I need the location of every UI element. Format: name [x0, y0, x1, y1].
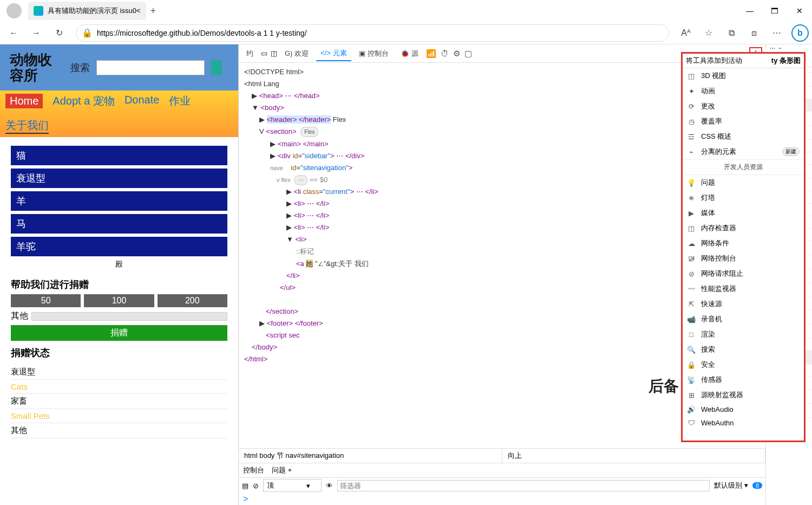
dom-line[interactable]: <section> — [266, 127, 296, 135]
tool-menu-item[interactable]: ⟳更改 — [683, 99, 804, 114]
new-tab-button[interactable]: + — [150, 5, 156, 17]
donate-heading: 帮助我们进行捐赠 — [0, 275, 238, 294]
log-level-select[interactable]: 默认级别 ▾ — [714, 481, 748, 490]
breadcrumb-up[interactable]: 向上 — [502, 449, 766, 463]
minimize-button[interactable]: — — [737, 0, 762, 22]
dom-line[interactable]: <li> ⋯ </li> — [294, 211, 330, 219]
favorite-button[interactable]: ☆ — [698, 23, 719, 43]
collections-button[interactable]: ⧉ — [721, 23, 742, 43]
device-toggle-icon[interactable]: ▭ — [261, 49, 267, 57]
forward-button[interactable]: → — [26, 23, 47, 43]
panel-icon[interactable]: ▢ — [464, 49, 472, 59]
breadcrumb-path[interactable]: html body 节 nav#sitenavigation — [239, 449, 502, 463]
search-input[interactable] — [96, 60, 205, 75]
tool-menu-item[interactable]: ◷覆盖率 — [683, 114, 804, 129]
tool-menu-item[interactable]: ⇱快速源 — [683, 296, 804, 312]
tool-menu-item[interactable]: 🔊WebAudio — [683, 403, 804, 416]
read-aloud-button[interactable]: Aᴬ — [676, 23, 696, 43]
tool-menu-item[interactable]: ⊞源映射监视器 — [683, 387, 804, 403]
dom-line[interactable]: <main> </main> — [278, 140, 329, 148]
tool-menu-item[interactable]: ⊘网络请求阻止 — [683, 266, 804, 281]
profile-avatar[interactable] — [6, 3, 22, 18]
search-go-button[interactable] — [211, 60, 222, 75]
other-input[interactable] — [31, 312, 227, 321]
sidebar-toggle-icon[interactable]: ▤ — [242, 482, 248, 490]
bing-button[interactable]: b — [791, 24, 809, 42]
tool-label: WebAudio — [701, 405, 734, 413]
tool-menu-item[interactable]: ◫3D 视图 — [683, 68, 804, 83]
tool-icon: 📡 — [687, 376, 696, 384]
inspect-icon[interactable]: 约 — [242, 47, 258, 61]
tool-menu-item[interactable]: 🔍搜索 — [683, 342, 804, 357]
nav-about[interactable]: 关于我们 — [5, 118, 49, 134]
list-item[interactable]: 猫 — [11, 146, 227, 165]
tool-menu-item[interactable]: 🛡WebAuthn — [683, 416, 804, 430]
tool-icon: ⊞ — [687, 391, 696, 399]
back-button[interactable]: ← — [3, 23, 24, 43]
dom-line[interactable]: <head> ⋯ </head> — [259, 92, 320, 100]
tool-menu-item[interactable]: ⌁分离的元素新建 — [683, 144, 804, 159]
donate-submit[interactable]: 捐赠 — [11, 325, 227, 341]
tab-console[interactable]: ▣ 控制台 — [355, 47, 393, 61]
tool-menu-item[interactable]: 📹录音机 — [683, 312, 804, 327]
address-bar[interactable]: 🔒 — [76, 24, 669, 42]
nav-jobs[interactable]: 作业 — [169, 94, 191, 108]
dom-line[interactable]: <li> ⋯ </li> — [294, 199, 330, 208]
context-select[interactable]: 顶▾ — [263, 479, 322, 492]
dom-line[interactable]: <header> </header> — [267, 115, 331, 124]
nav-donate[interactable]: Donate — [125, 94, 160, 108]
tool-menu-item[interactable]: ⛯灯塔 — [683, 190, 804, 205]
list-item[interactable]: 衰退型 — [11, 169, 227, 188]
close-button[interactable]: ✕ — [787, 0, 812, 22]
tool-menu-item[interactable]: ☲CSS 概述 — [683, 129, 804, 144]
perf-icon[interactable]: ⏱ — [441, 49, 449, 59]
tool-menu-item[interactable]: 〰性能监视器 — [683, 281, 804, 296]
tool-menu-item[interactable]: ✦动画 — [683, 83, 804, 99]
tool-icon: ☁ — [687, 239, 696, 248]
list-item[interactable]: 羊驼 — [11, 237, 227, 256]
issues-count[interactable]: 8 — [752, 482, 762, 489]
clear-icon[interactable]: ⊘ — [253, 482, 259, 490]
gear-icon[interactable]: ⚙ — [453, 49, 460, 59]
donate-200[interactable]: 200 — [158, 294, 227, 307]
browser-tab[interactable]: 具有辅助功能的演示页 issu0< — [28, 2, 146, 20]
console-filter-input[interactable] — [337, 480, 710, 491]
nav-home[interactable]: Home — [5, 94, 43, 108]
split-screen-button[interactable]: ⧈ — [744, 23, 764, 43]
wifi-icon[interactable]: 📶 — [426, 49, 436, 59]
tool-menu-item[interactable]: ☁网络条件 — [683, 236, 804, 251]
donate-100[interactable]: 100 — [84, 294, 154, 307]
settings-menu-button[interactable]: ⋯ — [767, 23, 787, 43]
nav-adopt[interactable]: Adopt a 宠物 — [53, 94, 115, 108]
tool-icon: 🔊 — [687, 405, 696, 413]
console-prompt[interactable]: > — [239, 493, 765, 505]
donate-50[interactable]: 50 — [11, 294, 81, 307]
drawer-issues[interactable]: 问题 + — [272, 465, 292, 475]
drawer-console[interactable]: 控制台 — [243, 465, 264, 475]
list-item[interactable]: 马 — [11, 214, 227, 234]
category-list: 猫 衰退型 羊 马 羊驼 殿 — [0, 137, 238, 275]
dom-line[interactable]: <body> — [260, 103, 284, 112]
tab-elements[interactable]: </> 元素 — [316, 46, 351, 61]
tool-menu-item[interactable]: ◫内存检查器 — [683, 221, 804, 236]
tool-menu-item[interactable]: □渲染 — [683, 327, 804, 342]
tool-menu-item[interactable]: 💡问题 — [683, 175, 804, 190]
dock-icon[interactable]: ◫ — [271, 49, 277, 57]
maximize-button[interactable]: 🗖 — [762, 0, 787, 22]
menu-section-header: 开发人员资源 — [683, 159, 804, 175]
list-item[interactable]: 羊 — [11, 191, 227, 211]
refresh-button[interactable]: ↻ — [49, 23, 69, 43]
eye-icon[interactable]: 👁 — [326, 482, 333, 490]
tool-label: 网络条件 — [701, 238, 729, 248]
tool-menu-item[interactable]: 🔒安全 — [683, 357, 804, 372]
url-input[interactable] — [97, 29, 663, 37]
dom-line[interactable]: <footer> </footer> — [267, 319, 323, 327]
tab-sources[interactable]: 🐞 源 — [396, 47, 423, 61]
tool-menu-item[interactable]: 🖳网络控制台 — [683, 251, 804, 266]
dom-line[interactable]: <li> ⋯ </li> — [294, 223, 330, 231]
lock-icon: 🔒 — [82, 28, 93, 38]
dom-line[interactable]: <li> — [295, 235, 306, 243]
tool-menu-item[interactable]: ▶媒体 — [683, 205, 804, 221]
tab-welcome[interactable]: G) 欢迎 — [280, 47, 313, 61]
tool-menu-item[interactable]: 📡传感器 — [683, 372, 804, 387]
